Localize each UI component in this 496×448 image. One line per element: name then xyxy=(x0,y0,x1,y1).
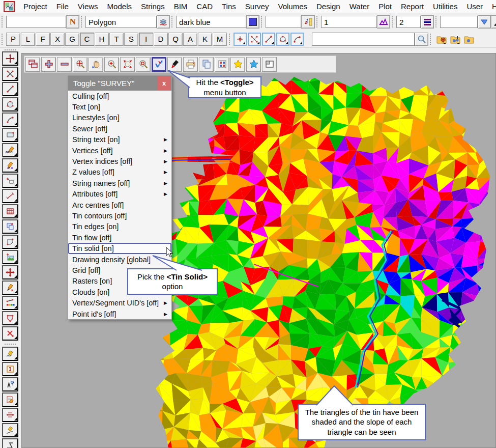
weight-field[interactable] xyxy=(396,16,421,28)
drafting-move-button[interactable] xyxy=(2,51,18,66)
arc-button[interactable] xyxy=(2,113,18,127)
function-key-button[interactable]: P xyxy=(6,33,20,46)
menu-item[interactable]: Utilities xyxy=(428,2,462,11)
annotate-button[interactable] xyxy=(2,158,18,173)
text-button[interactable]: abc xyxy=(2,143,18,157)
remove-model-button[interactable] xyxy=(57,57,72,72)
colour-field[interactable] xyxy=(176,16,246,28)
menu-item[interactable]: User xyxy=(462,2,487,11)
new-view-button[interactable] xyxy=(25,57,40,72)
zoom-in-button[interactable] xyxy=(104,57,119,72)
function-key-button[interactable]: F xyxy=(36,33,50,46)
toggle-menu-titlebar[interactable]: Toggle "SURVEY" x xyxy=(68,76,171,91)
z-height-button[interactable]: z xyxy=(301,15,315,29)
menu-item[interactable]: Volumes xyxy=(273,2,312,11)
angle-string-button[interactable] xyxy=(2,438,18,448)
toggle-menu-item[interactable]: Drawing density [global] ▶ xyxy=(68,254,171,265)
menu-item[interactable]: Survey xyxy=(241,2,274,11)
cursor-snap-button[interactable] xyxy=(248,33,261,46)
menu-item[interactable]: BIM xyxy=(169,2,192,11)
toggle-menu-item[interactable]: Point id's [off] ▶ xyxy=(68,309,171,319)
function-key-button[interactable]: Q xyxy=(168,33,183,46)
menu-item[interactable]: Report xyxy=(396,2,428,11)
copy-element-button[interactable] xyxy=(2,219,18,234)
shared-favourites-button[interactable] xyxy=(246,57,261,72)
layout-button[interactable] xyxy=(262,57,277,72)
settings-folder-button[interactable] xyxy=(448,33,462,46)
symbol-dropdown-button[interactable] xyxy=(478,15,491,29)
tin-button[interactable] xyxy=(377,15,390,29)
function-key-button[interactable]: D xyxy=(154,33,168,46)
polygon-button[interactable] xyxy=(2,235,18,249)
more-folder-button[interactable] xyxy=(462,33,476,46)
survey-instrument-button[interactable] xyxy=(2,377,18,391)
toolbar-grip[interactable] xyxy=(392,16,395,27)
toolbar-grip[interactable] xyxy=(430,34,433,45)
symbol-field[interactable] xyxy=(440,16,478,28)
circle-button[interactable] xyxy=(2,97,18,111)
function-key-button[interactable]: K xyxy=(198,33,212,46)
name-field[interactable] xyxy=(6,16,66,28)
menu-item[interactable]: CAD xyxy=(192,2,217,11)
eyedropper-button[interactable] xyxy=(491,15,496,29)
point-button[interactable] xyxy=(2,67,18,81)
shield-polygon-button[interactable] xyxy=(2,311,18,325)
toggle-menu-item[interactable]: Tin edges [on] ▶ xyxy=(68,221,171,232)
toggle-menu-item[interactable]: Vertex indices [off] ▶ xyxy=(68,156,171,166)
edit-notes-button[interactable] xyxy=(2,393,18,407)
freehand-button[interactable] xyxy=(2,347,18,361)
toolbar-grip[interactable] xyxy=(2,34,5,45)
toolbar-grip[interactable] xyxy=(229,34,232,45)
road-section-button[interactable] xyxy=(2,408,18,422)
function-key-button[interactable]: T xyxy=(109,33,124,46)
colour-button[interactable] xyxy=(246,15,259,29)
toggle-menu-item[interactable]: String text [on] ▶ xyxy=(68,134,171,145)
function-key-button[interactable]: A xyxy=(183,33,197,46)
toggle-menu-item[interactable]: Vertex/Segment UID's [off] ▶ xyxy=(68,297,171,308)
toolbar-grip[interactable] xyxy=(171,16,174,27)
toggle-menu-item[interactable]: Culling [off] ▶ xyxy=(68,91,171,101)
function-key-button[interactable]: G xyxy=(65,33,79,46)
toggle-menu-item[interactable]: Attributes [off] ▶ xyxy=(68,189,171,200)
function-key-button[interactable]: M xyxy=(213,33,227,46)
model-folder-button[interactable] xyxy=(434,33,448,46)
add-model-button[interactable] xyxy=(41,57,56,72)
measure-button[interactable] xyxy=(2,189,18,203)
previous-view-button[interactable] xyxy=(136,57,151,72)
symbol-button[interactable] xyxy=(2,174,18,188)
menu-item[interactable]: Plot xyxy=(374,2,396,11)
menu-item[interactable]: File xyxy=(52,2,73,11)
toolbar-grip[interactable] xyxy=(316,16,319,27)
function-key-button[interactable]: L xyxy=(21,33,35,46)
circle-snap-button[interactable] xyxy=(276,33,289,46)
toggle-menu-item[interactable]: Tin solid [on] ▶ xyxy=(68,243,171,254)
shrink-button[interactable] xyxy=(120,57,135,72)
close-icon[interactable]: x xyxy=(157,76,171,90)
plot-button[interactable] xyxy=(183,57,198,72)
linestyle-button[interactable] xyxy=(157,15,170,29)
toggle-menu-item[interactable]: Tin flow [off] ▶ xyxy=(68,232,171,243)
toggle-menu-item[interactable]: String names [off] ▶ xyxy=(68,178,171,188)
function-key-button[interactable]: S xyxy=(124,33,138,46)
tin-field[interactable] xyxy=(321,16,377,28)
toggle-menu-item[interactable]: Sewer [off] ▶ xyxy=(68,123,171,134)
toggle-menu-item[interactable]: Linestyles [on] ▶ xyxy=(68,113,171,123)
menu-item[interactable]: Strings xyxy=(136,2,169,11)
pan-button[interactable] xyxy=(89,57,103,72)
toggle-menu-item[interactable]: Text [on] ▶ xyxy=(68,101,171,112)
delete-point-button[interactable] xyxy=(2,326,18,341)
menu-item[interactable]: Help xyxy=(487,2,496,11)
copy-view-button[interactable] xyxy=(199,57,214,72)
function-key-button[interactable]: X xyxy=(50,33,65,46)
function-key-button[interactable]: I xyxy=(139,33,153,46)
menu-item[interactable]: Project xyxy=(19,2,52,11)
toolbar-grip[interactable] xyxy=(435,16,439,27)
arc-snap-button[interactable] xyxy=(290,33,304,46)
function-key-button[interactable]: H xyxy=(95,33,109,46)
menu-item[interactable]: Tins xyxy=(217,2,241,11)
create-point-button[interactable] xyxy=(2,281,18,295)
function-key-button[interactable]: C xyxy=(80,33,94,46)
text-box-button[interactable] xyxy=(2,362,18,376)
weight-button[interactable] xyxy=(421,15,434,29)
toggle-menu-item[interactable]: Vertices [off] ▶ xyxy=(68,145,171,156)
